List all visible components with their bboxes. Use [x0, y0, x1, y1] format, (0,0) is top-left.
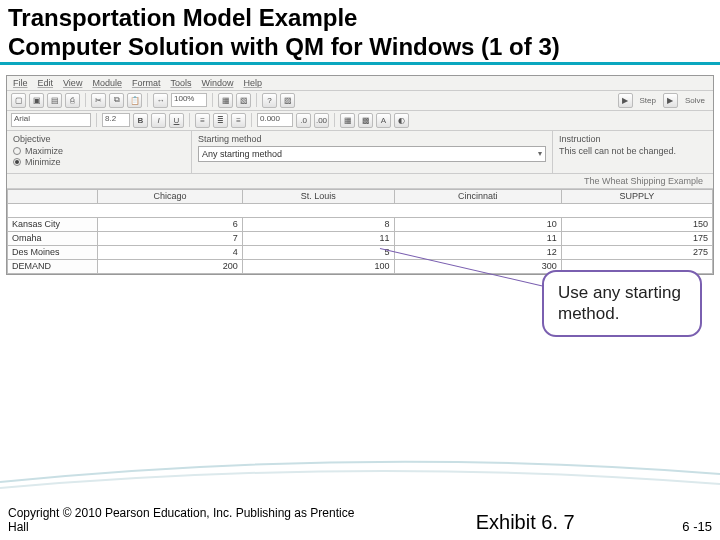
instruction-title: Instruction: [559, 134, 707, 144]
align-center-icon[interactable]: ≣: [213, 113, 228, 128]
callout-text: Use any starting method.: [558, 283, 681, 323]
table-row: Des Moines4512275: [8, 245, 713, 259]
options-row: Objective Maximize Minimize Starting met…: [7, 131, 713, 174]
fontsize-field[interactable]: 8.2: [102, 113, 130, 127]
table-cell[interactable]: 175: [561, 231, 712, 245]
font-field[interactable]: Arial: [11, 113, 91, 127]
objective-panel: Objective Maximize Minimize: [7, 131, 192, 173]
table-cell[interactable]: 5: [242, 245, 394, 259]
table-cell[interactable]: 10: [394, 217, 561, 231]
starting-method-panel: Starting method Any starting method ▾: [192, 131, 553, 173]
slide-title: Transportation Model ExampleComputer Sol…: [0, 0, 720, 65]
exhibit-label: Exhibit 6. 7: [368, 511, 682, 534]
italic-icon[interactable]: I: [151, 113, 166, 128]
solve-label: Solve: [685, 96, 705, 105]
radio-off-icon: [13, 147, 21, 155]
step-icon[interactable]: ▶: [618, 93, 633, 108]
starting-method-select[interactable]: Any starting method ▾: [198, 146, 546, 162]
underline-icon[interactable]: U: [169, 113, 184, 128]
example-title: The Wheat Shipping Example: [7, 174, 713, 189]
color-a-icon[interactable]: A: [376, 113, 391, 128]
objective-title: Objective: [13, 134, 185, 144]
numfmt-field[interactable]: 0.000: [257, 113, 293, 127]
menu-edit[interactable]: Edit: [38, 78, 54, 88]
swoosh-decoration: [0, 454, 720, 494]
table-cell[interactable]: 11: [394, 231, 561, 245]
minimize-label: Minimize: [25, 157, 61, 167]
help-icon[interactable]: ?: [262, 93, 277, 108]
maximize-radio[interactable]: Maximize: [13, 146, 185, 156]
toolbar-format: Arial 8.2 B I U ≡ ≣ ≡ 0.000 .0 .00 ▦ ▩ A…: [7, 111, 713, 131]
menu-module[interactable]: Module: [92, 78, 122, 88]
table-row: Kansas City6810150: [8, 217, 713, 231]
row-header: DEMAND: [8, 259, 98, 273]
instruction-text: This cell can not be changed.: [559, 146, 707, 156]
save-icon[interactable]: ▤: [47, 93, 62, 108]
col-header: Cincinnati: [394, 189, 561, 203]
table-cell[interactable]: 11: [242, 231, 394, 245]
callout-box: Use any starting method.: [542, 270, 702, 337]
table-cell[interactable]: 4: [98, 245, 243, 259]
row-header: Kansas City: [8, 217, 98, 231]
maximize-label: Maximize: [25, 146, 63, 156]
copyright-text: Copyright © 2010 Pearson Education, Inc.…: [8, 506, 368, 534]
chevron-down-icon: ▾: [538, 149, 542, 158]
print-icon[interactable]: ⎙: [65, 93, 80, 108]
grid-icon[interactable]: ▦: [340, 113, 355, 128]
minimize-radio[interactable]: Minimize: [13, 157, 185, 167]
step-label: Step: [640, 96, 656, 105]
toolbar-main: ▢ ▣ ▤ ⎙ ✂ ⧉ 📋 ↔ 100% ▦ ▧ ? ▨ ▶ Step ▶ So…: [7, 91, 713, 111]
radio-on-icon: [13, 158, 21, 166]
col-header: Chicago: [98, 189, 243, 203]
menu-tools[interactable]: Tools: [170, 78, 191, 88]
fill-icon[interactable]: ▩: [358, 113, 373, 128]
cut-icon[interactable]: ✂: [91, 93, 106, 108]
menu-view[interactable]: View: [63, 78, 82, 88]
table-cell[interactable]: 7: [98, 231, 243, 245]
menu-help[interactable]: Help: [243, 78, 262, 88]
dec-inc-icon[interactable]: .0: [296, 113, 311, 128]
zoom-field[interactable]: 100%: [171, 93, 207, 107]
page-number: 6 -15: [682, 519, 712, 534]
starting-method-value: Any starting method: [202, 149, 282, 159]
copy-icon[interactable]: ⧉: [109, 93, 124, 108]
new-icon[interactable]: ▢: [11, 93, 26, 108]
menu-window[interactable]: Window: [201, 78, 233, 88]
paste-icon[interactable]: 📋: [127, 93, 142, 108]
table-cell[interactable]: 200: [98, 259, 243, 273]
table-cell[interactable]: 8: [242, 217, 394, 231]
tool-a-icon[interactable]: ▦: [218, 93, 233, 108]
align-right-icon[interactable]: ≡: [231, 113, 246, 128]
table-cell[interactable]: 275: [561, 245, 712, 259]
table-cell[interactable]: 100: [242, 259, 394, 273]
tool-b-icon[interactable]: ▧: [236, 93, 251, 108]
data-table: ChicagoSt. LouisCincinnatiSUPPLY Kansas …: [7, 189, 713, 274]
menu-file[interactable]: File: [13, 78, 28, 88]
menubar: FileEditViewModuleFormatToolsWindowHelp: [7, 76, 713, 91]
instruction-panel: Instruction This cell can not be changed…: [553, 131, 713, 173]
table-row: Omaha71111175: [8, 231, 713, 245]
footer: Copyright © 2010 Pearson Education, Inc.…: [8, 506, 712, 534]
bold-icon[interactable]: B: [133, 113, 148, 128]
qm-window: FileEditViewModuleFormatToolsWindowHelp …: [6, 75, 714, 275]
area-icon[interactable]: ▨: [280, 93, 295, 108]
row-header: Omaha: [8, 231, 98, 245]
color-b-icon[interactable]: ◐: [394, 113, 409, 128]
col-header: SUPPLY: [561, 189, 712, 203]
row-header: Des Moines: [8, 245, 98, 259]
table-cell[interactable]: 6: [98, 217, 243, 231]
starting-method-title: Starting method: [198, 134, 546, 144]
open-icon[interactable]: ▣: [29, 93, 44, 108]
table-cell[interactable]: 150: [561, 217, 712, 231]
menu-format[interactable]: Format: [132, 78, 161, 88]
autosize-icon[interactable]: ↔: [153, 93, 168, 108]
col-header: St. Louis: [242, 189, 394, 203]
solve-icon[interactable]: ▶: [663, 93, 678, 108]
align-left-icon[interactable]: ≡: [195, 113, 210, 128]
dec-dec-icon[interactable]: .00: [314, 113, 329, 128]
